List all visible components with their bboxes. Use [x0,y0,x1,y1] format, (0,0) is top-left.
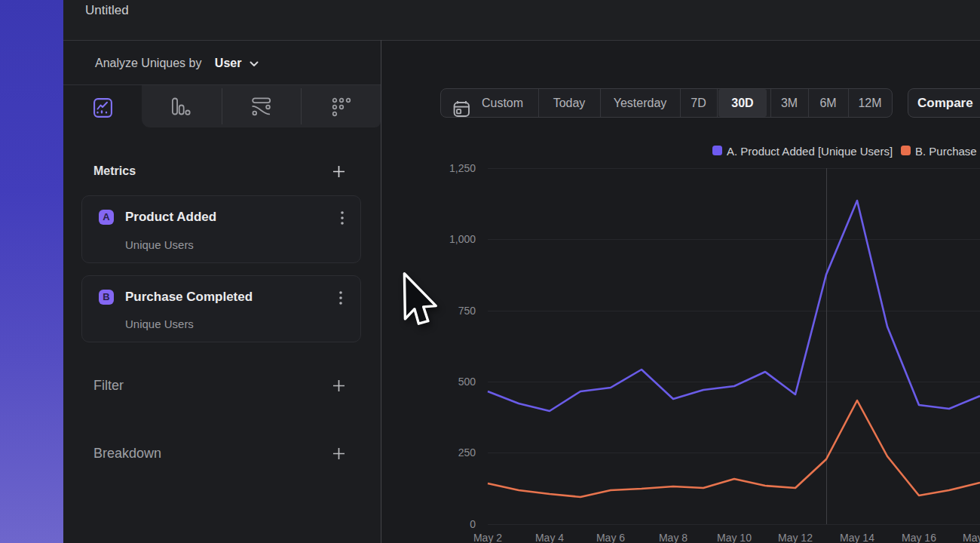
svg-text:250: 250 [458,446,476,459]
svg-text:May 12: May 12 [778,532,813,543]
svg-text:May 10: May 10 [717,532,752,543]
svg-text:1,000: 1,000 [449,233,476,245]
svg-text:750: 750 [458,305,476,317]
svg-text:May 14: May 14 [840,532,874,543]
svg-text:May 18: May 18 [963,532,980,543]
svg-text:1,250: 1,250 [449,162,476,174]
svg-text:May 2: May 2 [473,532,502,543]
svg-text:May 16: May 16 [902,532,936,543]
svg-text:May 8: May 8 [659,532,688,543]
svg-text:500: 500 [458,376,476,388]
svg-text:May 4: May 4 [535,532,564,543]
svg-text:May 6: May 6 [596,532,625,543]
svg-text:0: 0 [470,518,476,530]
